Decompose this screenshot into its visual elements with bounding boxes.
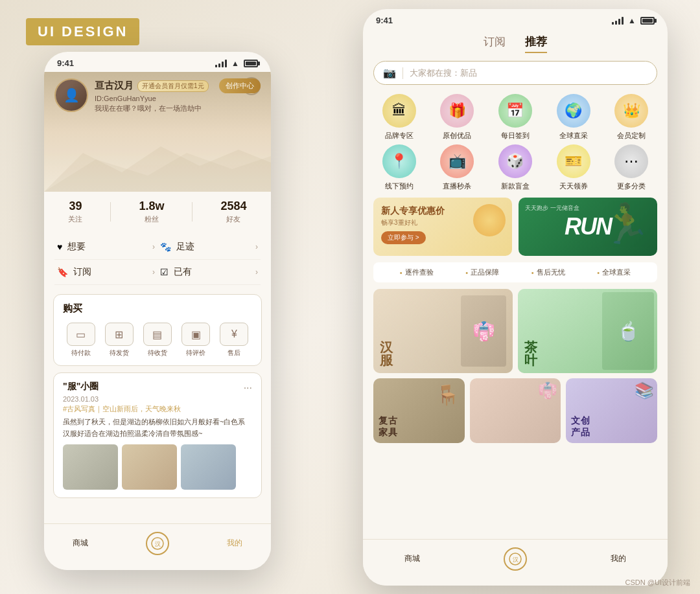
product-culture[interactable]: 📚 文创产品 <box>566 378 657 443</box>
category-live[interactable]: 📺 直播秒杀 <box>432 144 484 191</box>
nav-home-right[interactable]: 汉 <box>504 547 527 571</box>
coupon-icon: 🎫 <box>557 144 590 178</box>
hanfu2-image: 👘 <box>538 382 557 400</box>
stat-follow-num: 39 <box>68 200 82 213</box>
menu-footprint[interactable]: 🐾 足迹 › <box>158 234 261 260</box>
category-global[interactable]: 🌍 全球直采 <box>548 94 600 141</box>
purchase-pending-pay[interactable]: ▭ 待付款 <box>63 323 99 358</box>
social-date: 2023.01.03 <box>63 395 252 403</box>
live-label: 直播秒杀 <box>443 181 471 191</box>
wifi-icon: ▲ <box>231 59 239 68</box>
stat-friends-num: 2584 <box>220 200 246 213</box>
category-brand[interactable]: 🏛 品牌专区 <box>373 94 425 141</box>
signal-icon <box>215 60 227 67</box>
category-more[interactable]: ⋯ 更多分类 <box>605 144 657 191</box>
nav-shop-right[interactable]: 商城 <box>404 553 420 564</box>
purchase-pending-receive[interactable]: ▤ 待收货 <box>139 323 175 358</box>
profile-name: 亘古汉月 <box>95 80 134 92</box>
nav-mine-right[interactable]: 我的 <box>611 553 626 564</box>
create-center-button[interactable]: 创作中心 <box>219 78 261 93</box>
banner-fitness[interactable]: 天天跑步 一元储音盒 RUN 🏃 <box>519 198 657 256</box>
tab-recommend[interactable]: 推荐 <box>525 34 547 53</box>
vip-tag[interactable]: 开通会员首月仅需1元 <box>137 80 209 92</box>
coupon-label: 天天领券 <box>559 181 588 191</box>
menu-wishlist-label: 想要 <box>67 241 152 253</box>
menu-owned[interactable]: ☑ 已有 › <box>158 260 261 285</box>
signal-icon-right <box>612 17 624 25</box>
arrow-icon-1: › <box>152 242 155 251</box>
more-dots-icon[interactable]: ··· <box>244 382 252 394</box>
camera-icon[interactable]: 📷 <box>383 67 396 79</box>
status-bar-right: 9:41 ▲ <box>363 9 668 29</box>
status-icons-right: ▲ <box>612 16 655 25</box>
nav-mine-left[interactable]: 我的 <box>227 538 242 549</box>
member-label: 会员定制 <box>617 131 646 141</box>
furniture-image: 🪑 <box>436 383 460 406</box>
blindbox-label: 新款盲盒 <box>501 181 530 191</box>
category-coupon[interactable]: 🎫 天天领券 <box>548 144 600 191</box>
stats-row: 39 关注 1.8w 粉丝 2584 好友 <box>44 192 271 232</box>
trust-bar: • 逐件查验 • 正品保障 • 售后无忧 • 全球直采 <box>373 262 657 282</box>
time-right: 9:41 <box>376 16 393 25</box>
home-logo-left: 汉 <box>151 537 164 550</box>
blindbox-icon: 🎲 <box>498 144 532 178</box>
dot-icon-2: • <box>465 269 468 277</box>
menu-subscribe[interactable]: 🔖 订阅 › <box>54 260 158 285</box>
pending-receive-label: 待收货 <box>148 348 167 358</box>
social-image-1 <box>63 444 118 490</box>
dot-icon-1: • <box>400 269 402 277</box>
menu-wishlist[interactable]: ♥ 想要 › <box>54 234 158 260</box>
stat-divider-1 <box>110 202 111 222</box>
stat-divider-2 <box>192 202 192 222</box>
nav-shop-label-left: 商城 <box>73 538 88 549</box>
bookmark-icon: 🔖 <box>57 267 68 277</box>
purchase-title: 购买 <box>63 303 252 315</box>
pending-pay-icon: ▭ <box>67 323 95 346</box>
profile-info: 亘古汉月 开通会员首月仅需1元 创作中心 ID:GenGuHanYyue 我现在… <box>95 78 261 113</box>
purchase-pending-review[interactable]: ▣ 待评价 <box>178 323 214 358</box>
menu-footprint-label: 足迹 <box>176 241 255 253</box>
search-bar[interactable]: 📷 大家都在搜：新品 <box>373 61 657 85</box>
category-original[interactable]: 🎁 原创优品 <box>432 94 484 141</box>
category-signin[interactable]: 📅 每日签到 <box>489 94 541 141</box>
culture-label: 文创产品 <box>571 415 590 438</box>
dot-icon-4: • <box>597 269 600 277</box>
mountain-decoration <box>44 140 271 192</box>
category-member[interactable]: 👑 会员定制 <box>605 94 657 141</box>
banner-newuser[interactable]: 新人专享优惠价 畅享3重好礼 立即参与 > <box>373 198 512 256</box>
product-tea[interactable]: 🍵 茶叶 <box>518 289 657 373</box>
menu-owned-label: 已有 <box>174 266 255 278</box>
tea-image: 🍵 <box>602 292 654 370</box>
social-images <box>63 444 252 490</box>
ui-design-label: UI DESIGN <box>26 18 139 45</box>
stat-follow[interactable]: 39 关注 <box>68 200 82 224</box>
product-hanfu[interactable]: 👘 汉服 <box>373 289 513 373</box>
stat-friends[interactable]: 2584 好友 <box>220 200 246 224</box>
purchase-pending-ship[interactable]: ⊞ 待发货 <box>101 323 137 358</box>
product-furniture[interactable]: 🪑 复古家具 <box>373 378 465 443</box>
category-offline[interactable]: 📍 线下预约 <box>373 144 425 191</box>
product-hanfu2[interactable]: 👘 <box>470 378 561 443</box>
furniture-label: 复古家具 <box>379 415 398 438</box>
nav-shop-left[interactable]: 商城 <box>73 538 88 549</box>
offline-icon: 📍 <box>382 144 416 178</box>
svg-text:汉: 汉 <box>512 556 518 563</box>
bottom-nav-right: 商城 汉 我的 <box>363 539 668 586</box>
menu-grid: ♥ 想要 › 🐾 足迹 › 🔖 订阅 › ☑ 已有 › <box>44 232 271 288</box>
right-tabs: 订阅 推荐 <box>363 29 668 61</box>
live-icon: 📺 <box>440 144 474 178</box>
stat-fans-label: 粉丝 <box>139 214 164 224</box>
tab-subscribe[interactable]: 订阅 <box>484 34 506 53</box>
pending-ship-icon: ⊞ <box>105 323 134 346</box>
banner-decoration <box>473 204 506 236</box>
battery-icon-right <box>640 17 655 25</box>
social-tag[interactable]: #古风写真｜空山新雨后，天气晚来秋 <box>63 404 252 414</box>
purchase-after-sale[interactable]: ¥ 售后 <box>216 323 252 358</box>
banner-newuser-btn[interactable]: 立即参与 > <box>381 231 426 244</box>
arrow-icon-2: › <box>255 242 258 251</box>
stat-fans[interactable]: 1.8w 粉丝 <box>139 200 164 224</box>
home-circle-icon-right: 汉 <box>504 547 527 571</box>
trust-inspection: • 逐件查验 <box>400 268 434 277</box>
nav-home-left[interactable]: 汉 <box>146 532 169 555</box>
category-blindbox[interactable]: 🎲 新款盲盒 <box>489 144 541 191</box>
